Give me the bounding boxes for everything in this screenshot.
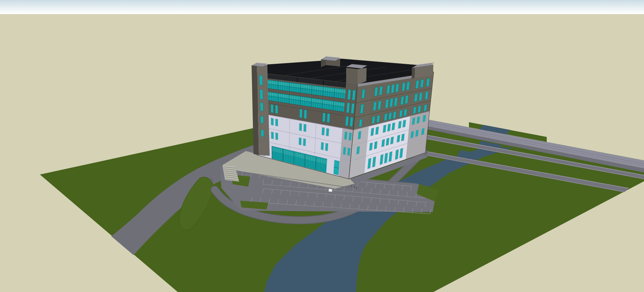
window	[343, 147, 346, 155]
tower-window	[260, 102, 263, 111]
bollard-2	[354, 186, 355, 187]
south-tower-left	[346, 68, 358, 85]
bollard-3	[356, 187, 357, 188]
tower-window	[261, 116, 264, 124]
bollard-1	[351, 185, 352, 186]
window	[413, 107, 416, 114]
window	[303, 138, 306, 146]
north-stair-tower	[321, 56, 340, 67]
window	[344, 132, 347, 140]
window	[348, 133, 352, 141]
modeling-app-window	[0, 0, 644, 292]
sky	[0, 0, 644, 14]
window	[322, 128, 325, 136]
west-stair-tower	[252, 63, 270, 156]
window	[327, 113, 330, 123]
window	[271, 118, 274, 125]
window	[300, 109, 302, 118]
window	[325, 143, 328, 151]
white-site-object	[328, 189, 332, 192]
window	[275, 105, 278, 114]
window	[424, 104, 427, 111]
window	[321, 142, 324, 150]
window	[418, 106, 421, 113]
window	[304, 110, 307, 119]
window	[271, 132, 274, 139]
window	[347, 148, 350, 156]
tower-window	[260, 90, 263, 100]
3d-viewport[interactable]	[0, 0, 644, 292]
window	[304, 124, 306, 132]
tower-window	[261, 130, 264, 137]
window	[275, 133, 278, 140]
window	[322, 113, 325, 122]
tower-window	[259, 75, 263, 85]
east-tower-side	[412, 67, 415, 79]
window	[404, 109, 407, 116]
window	[393, 111, 396, 119]
window	[271, 104, 273, 113]
window	[275, 119, 278, 126]
window	[299, 123, 302, 131]
window	[399, 110, 402, 117]
window	[299, 138, 302, 145]
clerestory-step	[323, 80, 323, 85]
window	[326, 128, 329, 136]
storefront-mullion-major	[294, 151, 294, 164]
